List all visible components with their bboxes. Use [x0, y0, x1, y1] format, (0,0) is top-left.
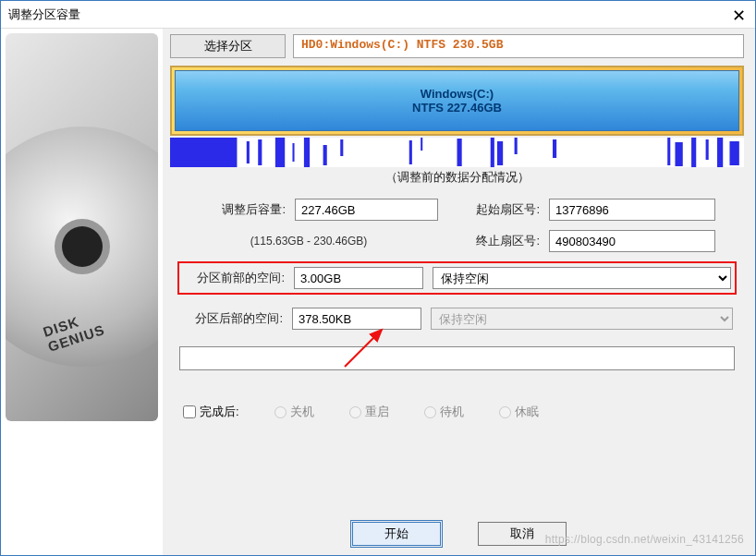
svg-rect-7 — [323, 145, 327, 165]
after-option-shutdown[interactable]: 关机 — [274, 404, 314, 420]
svg-rect-19 — [706, 139, 709, 160]
select-partition-button[interactable]: 选择分区 — [170, 34, 286, 58]
end-sector-input[interactable] — [549, 230, 715, 252]
partition-bar-name: Windows(C:) — [421, 87, 494, 101]
partition-bar-info: NTFS 227.46GB — [412, 101, 502, 115]
partition-bar-container: Windows(C:) NTFS 227.46GB — [170, 66, 744, 136]
sidebar: DISK GENIUS — [1, 29, 163, 555]
svg-rect-9 — [409, 140, 412, 164]
disk-illustration: DISK GENIUS — [6, 33, 158, 421]
svg-rect-12 — [491, 138, 494, 167]
svg-rect-1 — [170, 138, 237, 167]
rear-space-input[interactable] — [292, 308, 421, 330]
start-button[interactable]: 开始 — [352, 522, 441, 546]
titlebar: 调整分区容量 ✕ — [1, 1, 755, 29]
svg-rect-2 — [247, 141, 250, 163]
end-sector-label: 终止扇区号: — [447, 233, 540, 249]
after-option-hibernate[interactable]: 休眠 — [499, 404, 539, 420]
size-after-label: 调整后容量: — [179, 201, 286, 218]
partition-bar[interactable]: Windows(C:) NTFS 227.46GB — [175, 70, 739, 131]
svg-rect-17 — [675, 142, 682, 166]
svg-rect-10 — [421, 138, 422, 151]
front-space-label: 分区前部的空间: — [183, 270, 285, 286]
svg-rect-6 — [304, 138, 310, 167]
after-option-standby[interactable]: 待机 — [424, 404, 464, 420]
svg-rect-4 — [275, 138, 285, 167]
start-sector-input[interactable] — [549, 199, 715, 221]
rear-space-label: 分区后部的空间: — [181, 310, 283, 327]
dialog-window: 调整分区容量 ✕ DISK GENIUS 选择分区 HD0:Windows(C:… — [0, 0, 756, 556]
svg-rect-20 — [717, 138, 723, 167]
svg-rect-16 — [667, 138, 670, 165]
svg-rect-18 — [691, 138, 696, 167]
close-icon[interactable]: ✕ — [732, 6, 746, 26]
front-space-row: 分区前部的空间: 保持空闲 — [177, 261, 737, 295]
size-range-hint: (115.63GB - 230.46GB) — [179, 235, 438, 248]
window-title: 调整分区容量 — [8, 6, 80, 23]
front-space-action-select[interactable]: 保持空闲 — [433, 267, 731, 289]
selected-partition-value: HD0:Windows(C:) NTFS 230.5GB — [293, 34, 744, 58]
svg-rect-8 — [340, 139, 343, 156]
after-option-restart[interactable]: 重启 — [349, 404, 389, 420]
svg-rect-5 — [292, 143, 294, 162]
size-after-input[interactable] — [295, 199, 438, 221]
svg-rect-21 — [729, 141, 738, 165]
rear-space-action-select: 保持空闲 — [431, 308, 733, 330]
watermark-text: https://blog.csdn.net/weixin_43141256 — [545, 533, 744, 546]
brand-label: DISK GENIUS — [41, 301, 123, 355]
rear-space-row: 分区后部的空间: 保持空闲 — [177, 304, 737, 333]
main-panel: 选择分区 HD0:Windows(C:) NTFS 230.5GB Window… — [163, 29, 755, 555]
front-space-input[interactable] — [294, 267, 423, 289]
svg-rect-3 — [258, 139, 262, 165]
start-sector-label: 起始扇区号: — [447, 201, 540, 218]
progress-bar — [179, 346, 735, 370]
after-complete-options: 完成后: 关机 重启 待机 休眠 — [183, 404, 735, 420]
usage-caption: （调整前的数据分配情况） — [170, 169, 744, 186]
svg-rect-13 — [497, 141, 503, 165]
svg-rect-15 — [553, 139, 556, 158]
after-complete-checkbox[interactable]: 完成后: — [183, 404, 239, 420]
svg-rect-11 — [457, 139, 462, 166]
data-usage-strip — [170, 138, 744, 167]
svg-rect-14 — [515, 138, 518, 154]
